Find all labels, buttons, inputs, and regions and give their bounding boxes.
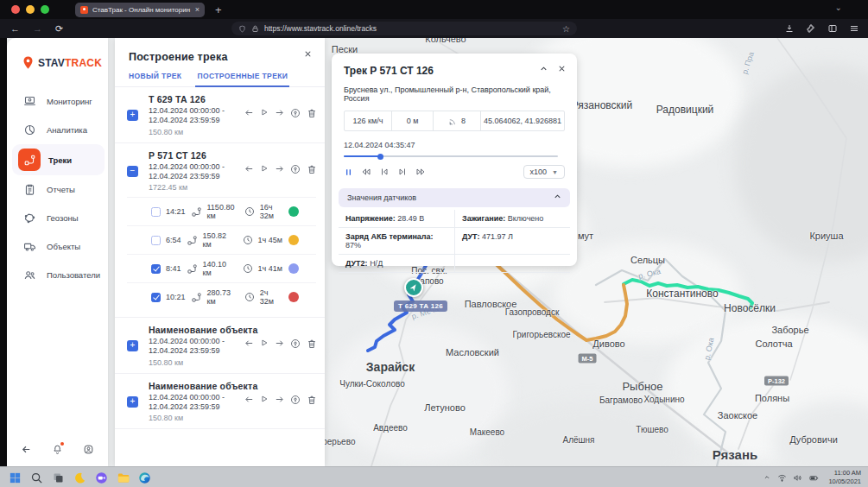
next-track-icon[interactable] [275, 338, 284, 349]
next-track-icon[interactable] [275, 395, 284, 405]
delete-track-icon[interactable] [307, 338, 317, 349]
tab-list-caret-icon[interactable]: ⌄ [835, 3, 842, 12]
tab-built-tracks[interactable]: ПОСТРОЕННЫЕ ТРЕКИ [197, 72, 288, 86]
battery-icon[interactable] [808, 473, 820, 483]
segment-checkbox-checked[interactable] [151, 264, 161, 274]
collapse-panel-icon[interactable] [539, 64, 548, 73]
segment-checkbox-checked[interactable] [151, 293, 161, 302]
next-track-icon[interactable] [275, 108, 284, 118]
sidebar-item-пользователи[interactable]: Пользователи [7, 261, 108, 289]
hidden-icons-chevron[interactable] [763, 473, 771, 482]
back-button[interactable]: ← [10, 24, 20, 34]
panel-close-icon[interactable] [303, 49, 313, 59]
segment-checkbox[interactable] [151, 236, 161, 245]
play-track-icon[interactable] [260, 108, 269, 118]
pause-button[interactable] [344, 168, 353, 177]
reload-button[interactable]: ⟳ [55, 24, 63, 34]
play-track-icon[interactable] [260, 338, 269, 349]
map-place-label: мут [578, 231, 593, 241]
prev-track-icon[interactable] [244, 395, 254, 405]
users-icon [23, 269, 37, 282]
track-actions [244, 164, 317, 174]
sidebar-item-отчеты[interactable]: Отчеты [7, 175, 108, 204]
track-name: Наименование объекта [149, 381, 316, 391]
playback-speed-select[interactable]: x100 ▼ [523, 165, 565, 179]
play-track-icon[interactable] [260, 164, 269, 174]
sidebar-item-треки[interactable]: Треки [12, 144, 105, 175]
tab-new-track[interactable]: НОВЫЙ ТРЕК [129, 72, 181, 86]
close-detail-icon[interactable] [557, 64, 567, 73]
profile-icon[interactable] [83, 444, 94, 455]
expand-track-button[interactable]: + [127, 396, 138, 408]
menu-hamburger-icon[interactable] [849, 23, 859, 34]
track-name: Т 629 ТА 126 [149, 94, 316, 104]
sidebar-item-объекты[interactable]: Объекты [7, 232, 108, 261]
track-address: Бруснева ул., Промышленный р-н, Ставропо… [332, 85, 577, 103]
taskbar-clock[interactable]: 11:00 AM 10/05/2021 [828, 469, 861, 486]
close-window-button[interactable] [11, 5, 20, 14]
taskbar-search-icon[interactable] [30, 471, 43, 484]
collapse-track-button[interactable]: − [127, 166, 138, 177]
sidebar-item-мониторинг[interactable]: Мониторинг [7, 87, 108, 116]
volume-icon[interactable] [793, 473, 802, 483]
step-forward-button[interactable] [397, 167, 408, 177]
extensions-icon[interactable] [806, 23, 816, 34]
locate-track-icon[interactable] [290, 338, 301, 349]
delete-track-icon[interactable] [307, 164, 317, 174]
locate-track-icon[interactable] [290, 164, 301, 174]
sensor-row: Напряжение: 28.49 ВЗажигание: Включено [339, 210, 570, 228]
map-place-label: Заборье [771, 325, 808, 335]
playback-slider[interactable] [344, 155, 558, 157]
edge-browser-icon[interactable] [138, 471, 151, 484]
sidebars-icon[interactable] [827, 23, 838, 34]
file-explorer-icon[interactable] [117, 471, 130, 484]
locate-track-icon[interactable] [290, 108, 301, 118]
slider-knob[interactable] [377, 154, 383, 160]
track-item: Р 571 СТ 126−12.04.2024 00:00:00 - 12.04… [115, 143, 325, 319]
tab-close-icon[interactable]: × [195, 6, 200, 14]
moon-app-icon[interactable] [73, 471, 86, 484]
start-button[interactable] [9, 471, 22, 484]
url-bar[interactable]: https://www.stavtrack.online/tracks ☆ [231, 22, 577, 35]
track-segment-row: 6:54150.82 км1ч 45м [127, 225, 316, 254]
notifications-bell-icon[interactable] [52, 444, 63, 455]
prev-track-icon[interactable] [244, 338, 254, 349]
bookmark-star-icon[interactable]: ☆ [562, 24, 570, 34]
prev-track-icon[interactable] [244, 164, 254, 174]
segment-start-time: 10:21 [166, 293, 186, 301]
task-view-icon[interactable] [52, 471, 65, 484]
map-place-label: апово [420, 276, 443, 286]
new-tab-button[interactable]: + [215, 3, 222, 16]
segment-checkbox[interactable] [151, 207, 161, 217]
sidebar-item-геозоны[interactable]: Геозоны [7, 204, 108, 232]
segment-start-time: 14:21 [166, 207, 186, 216]
map-place-label: Рыбное [622, 380, 662, 393]
minimize-window-button[interactable] [26, 5, 35, 14]
sensors-title: Значения датчиков [347, 193, 416, 202]
step-back-button[interactable] [379, 167, 390, 177]
expand-track-button[interactable]: + [127, 110, 138, 121]
sidebar-item-аналитика[interactable]: Аналитика [7, 116, 108, 144]
forward-button[interactable]: → [33, 24, 42, 34]
delete-track-icon[interactable] [307, 108, 317, 118]
prev-track-icon[interactable] [244, 108, 254, 118]
clock-icon [244, 292, 255, 302]
maximize-window-button[interactable] [41, 5, 49, 14]
vehicle-marker[interactable] [404, 278, 423, 297]
rewind-button[interactable] [361, 167, 371, 177]
downloads-icon[interactable] [784, 23, 795, 34]
collapse-sidebar-icon[interactable] [21, 444, 32, 455]
wifi-icon[interactable] [777, 473, 787, 483]
next-track-icon[interactable] [275, 164, 284, 174]
sensors-section-header[interactable]: Значения датчиков [339, 188, 570, 207]
fast-forward-button[interactable] [415, 167, 426, 177]
expand-track-button[interactable]: + [127, 340, 138, 351]
locate-track-icon[interactable] [290, 395, 301, 405]
segment-color-dot [288, 235, 299, 245]
delete-track-icon[interactable] [307, 395, 317, 405]
browser-tab[interactable]: СтавТрак - Онлайн мониторин × [75, 3, 205, 17]
chevron-up-icon [553, 192, 562, 201]
clock-icon [243, 263, 253, 274]
video-app-icon[interactable] [95, 471, 108, 484]
play-track-icon[interactable] [260, 395, 269, 405]
